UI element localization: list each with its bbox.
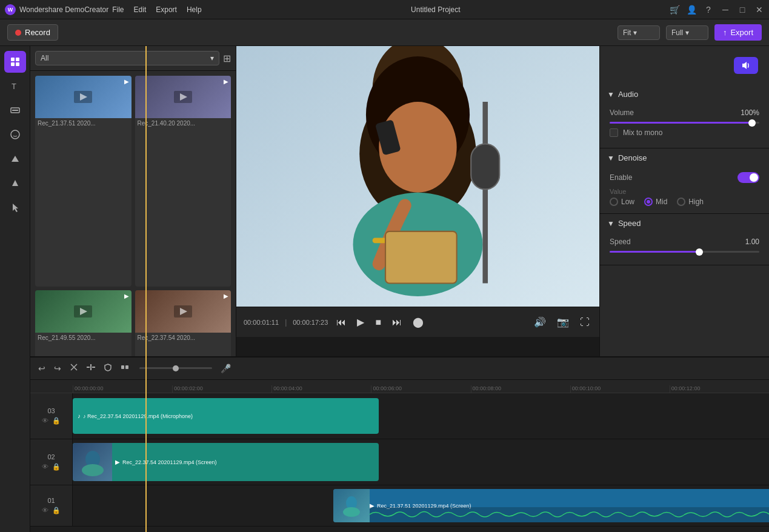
svg-rect-32 (90, 364, 92, 370)
clip-audio-3[interactable]: ♪ ♪ Rec_22.37.54 20201129.mp4 (Microphon… (73, 398, 379, 434)
track-eye-icon-3[interactable]: 👁 (42, 417, 48, 425)
track-content-1: ▶ Rec_21.37.51 20201129.mp4 (Screen) (73, 485, 769, 526)
volume-slider-thumb[interactable] (748, 119, 756, 127)
speed-slider[interactable] (610, 251, 759, 253)
sidebar-effect-icon[interactable] (4, 172, 26, 194)
export-label: Export (730, 28, 753, 37)
denoise-toggle[interactable] (737, 172, 759, 183)
playhead-marker[interactable]: ⬤ (410, 315, 426, 329)
track-lock-icon-1[interactable]: 🔒 (52, 507, 61, 514)
svg-rect-6 (12, 110, 18, 111)
menu-export[interactable]: Export (156, 5, 177, 14)
clip-thumb-1 (333, 489, 370, 522)
track-eye-icon-1[interactable]: 👁 (42, 507, 48, 514)
maximize-button[interactable]: □ (737, 5, 747, 15)
go-end-button[interactable]: ⏭ (390, 316, 404, 329)
audio-speaker-button[interactable] (734, 57, 758, 74)
denoise-radio-high[interactable]: High (677, 198, 704, 206)
media-thumb-2[interactable]: ▶ Rec_21.40.20 2020... (135, 76, 231, 287)
sidebar-cursor-icon[interactable] (4, 196, 26, 218)
media-thumb-video-icon-4: ▶ (224, 293, 228, 299)
menu-edit[interactable]: Edit (134, 5, 147, 14)
timeline-undo-button[interactable]: ↩ (36, 362, 47, 375)
timeline-trim-button[interactable] (68, 361, 80, 375)
help-icon[interactable]: ? (704, 5, 713, 15)
full-select[interactable]: Full ▾ (666, 25, 708, 40)
track-eye-icon-2[interactable]: 👁 (42, 463, 48, 471)
timeline-speed-button[interactable] (119, 361, 131, 375)
left-sidebar: T (0, 46, 30, 532)
track-lock-icon-2[interactable]: 🔒 (52, 463, 61, 471)
mix-mono-check-box[interactable] (610, 128, 618, 137)
denoise-high-btn[interactable] (677, 198, 685, 206)
fit-select[interactable]: Fit ▾ (618, 25, 660, 40)
denoise-mid-btn[interactable] (644, 198, 653, 206)
media-filter-select[interactable]: All ▾ (35, 51, 219, 65)
volume-slider-fill (610, 122, 752, 124)
export-button[interactable]: ↑ Export (714, 24, 762, 41)
timeline-split-button[interactable] (85, 361, 97, 375)
svg-point-36 (82, 464, 104, 476)
sidebar-caption-icon[interactable] (4, 99, 26, 121)
window-controls: 🛒 👤 ? ─ □ ✕ (670, 5, 764, 15)
user-icon[interactable]: 👤 (687, 5, 696, 15)
fullscreen-button[interactable]: ⛶ (578, 316, 592, 329)
sidebar-transition-icon[interactable] (4, 148, 26, 170)
playhead-2 (145, 439, 147, 485)
timeline-mic-button[interactable]: 🎤 (221, 364, 231, 373)
go-start-button[interactable]: ⏮ (334, 316, 348, 329)
media-thumb-label-3: Rec_21.49.55 2020... (35, 333, 131, 343)
menu-help[interactable]: Help (187, 5, 202, 14)
media-thumb-img-3 (35, 290, 131, 333)
sidebar-media-icon[interactable] (4, 51, 26, 73)
mix-mono-checkbox[interactable]: Mix to mono (610, 128, 759, 137)
media-thumb-1[interactable]: ▶ Rec_21.37.51 2020... (35, 76, 131, 287)
track-row-1: 01 👁 🔒 ▶ Rec_21.37.51 20201129.mp4 (Scre… (30, 485, 769, 527)
clip-audio-label: ♪ Rec_22.37.54 20201129.mp4 (Microphone) (83, 413, 193, 419)
volume-slider[interactable] (610, 122, 759, 124)
menu-file[interactable]: File (112, 5, 124, 14)
timeline-zoom-slider[interactable] (139, 367, 212, 369)
speed-slider-thumb[interactable] (696, 248, 703, 256)
speed-collapse-icon: ▼ (607, 219, 614, 228)
denoise-radio-low[interactable]: Low (610, 198, 634, 206)
shop-icon[interactable]: 🛒 (670, 5, 679, 15)
timeline-redo-button[interactable]: ↪ (52, 362, 63, 375)
audio-section-header[interactable]: ▼ Audio (600, 85, 769, 104)
volume-button[interactable]: 🔊 (531, 315, 548, 329)
waveform-svg (370, 507, 769, 522)
play-button[interactable]: ▶ (355, 315, 367, 329)
speed-section-header[interactable]: ▼ Speed (600, 214, 769, 233)
minimize-button[interactable]: ─ (721, 5, 730, 15)
timeline-zoom-thumb[interactable] (173, 365, 179, 371)
denoise-section-body: Enable Value Low Mid (600, 167, 769, 213)
denoise-radio-mid[interactable]: Mid (644, 198, 667, 206)
screenshot-button[interactable]: 📷 (554, 315, 571, 329)
volume-label: Volume (610, 108, 634, 117)
media-grid-toggle[interactable]: ⊞ (223, 53, 231, 64)
titlebar-left: W Wondershare DemoCreator File Edit Expo… (5, 4, 202, 15)
media-thumb-label-2: Rec_21.40.20 2020... (135, 118, 231, 128)
record-indicator (15, 30, 21, 36)
sidebar-text-icon[interactable]: T (4, 75, 26, 97)
media-thumb-img-2 (135, 76, 231, 118)
denoise-low-btn[interactable] (610, 198, 618, 206)
sidebar-sticker-icon[interactable] (4, 124, 26, 145)
track-num-1: 01 (47, 497, 55, 504)
denoise-enable-label: Enable (610, 173, 632, 182)
record-button[interactable]: Record (7, 24, 58, 41)
titlebar: W Wondershare DemoCreator File Edit Expo… (0, 0, 769, 19)
clip-video-1[interactable]: ▶ Rec_21.37.51 20201129.mp4 (Screen) (333, 489, 769, 522)
ruler-mark-6: 00:00:12:00 (670, 385, 769, 393)
track-row-3: 03 👁 🔒 ♪ ♪ Rec_22.37.54 20201129.mp4 (Mi… (30, 393, 769, 439)
close-button[interactable]: ✕ (754, 5, 764, 15)
timeline-ruler: 00:00:00:00 00:00:02:00 00:00:04:00 00:0… (30, 380, 769, 393)
denoise-section-header[interactable]: ▼ Denoise (600, 148, 769, 167)
timeline-shield-button[interactable] (102, 361, 114, 375)
svg-rect-2 (11, 62, 15, 66)
clip-video-2[interactable]: ▶ Rec_22.37.54 20201129.mp4 (Screen) (73, 443, 379, 481)
track-lock-icon-3[interactable]: 🔒 (52, 417, 61, 425)
svg-rect-29 (385, 231, 457, 284)
track-num-2: 02 (47, 453, 55, 461)
stop-button[interactable]: ■ (373, 316, 384, 329)
